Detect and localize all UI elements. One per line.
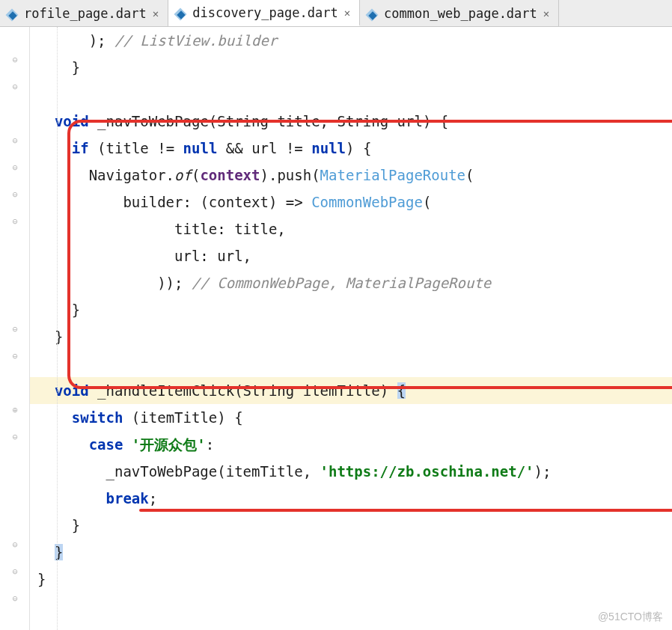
fold-marker-icon[interactable] [10,406,19,415]
fold-marker-icon[interactable] [10,55,19,64]
fold-marker-icon[interactable] [10,325,19,334]
watermark: @51CTO博客 [598,611,663,624]
code-line[interactable]: } [30,566,672,593]
tab-label: rofile_page.dart [24,6,147,21]
editor-tabs: rofile_page.dart ✕ discovery_page.dart ✕… [0,0,672,27]
dart-file-icon [366,7,379,20]
code-line[interactable]: if (title != null && url != null) { [30,135,672,162]
tab-label: common_web_page.dart [384,6,537,21]
code-line[interactable]: } [30,512,672,539]
code-lines[interactable]: ); // ListView.builder } void _navToWebP… [30,27,672,630]
fold-marker-icon[interactable] [10,432,19,441]
fold-marker-icon[interactable] [10,136,19,145]
code-line[interactable]: ); // ListView.builder [30,27,672,54]
code-line[interactable]: switch (itemTitle) { [30,404,672,431]
close-icon[interactable]: ✕ [343,7,352,19]
code-editor[interactable]: ); // ListView.builder } void _navToWebP… [0,27,672,630]
code-line[interactable]: case '开源众包': [30,431,672,458]
dart-file-icon [174,6,188,19]
code-line[interactable]: Navigator.of(context).push(MaterialPageR… [30,162,672,189]
code-line[interactable] [30,350,672,377]
fold-marker-icon[interactable] [10,352,19,361]
code-line[interactable]: _navToWebPage(itemTitle, 'https://zb.osc… [30,458,672,485]
code-line[interactable]: } [30,323,672,350]
fold-marker-icon[interactable] [10,82,19,91]
fold-marker-icon[interactable] [10,567,19,576]
code-line[interactable] [30,81,672,108]
dart-file-icon [6,7,19,20]
code-line[interactable]: url: url, [30,242,672,269]
tab-profile-page[interactable]: rofile_page.dart ✕ [0,0,168,26]
code-line[interactable]: )); // CommonWebPage, MaterialPageRoute [30,269,672,296]
fold-marker-icon[interactable] [10,540,19,549]
gutter [0,27,30,630]
code-line[interactable]: builder: (context) => CommonWebPage( [30,189,672,215]
fold-marker-icon[interactable] [10,190,19,199]
tab-label: discovery_page.dart [192,5,337,20]
fold-marker-icon[interactable] [10,163,19,172]
code-line[interactable]: break; [30,485,672,512]
tab-discovery-page[interactable]: discovery_page.dart ✕ [168,0,360,26]
tab-common-web-page[interactable]: common_web_page.dart ✕ [360,0,559,26]
code-line[interactable]: title: title, [30,215,672,242]
fold-marker-icon[interactable] [10,594,19,603]
fold-marker-icon[interactable] [10,217,19,226]
close-icon[interactable]: ✕ [151,7,160,19]
close-icon[interactable]: ✕ [542,7,551,19]
code-line[interactable]: } [30,54,672,81]
code-line[interactable]: void _handleItemClick(String itemTitle) … [30,377,672,404]
code-line[interactable]: } [30,296,672,323]
code-line[interactable]: } [30,539,672,566]
code-line[interactable]: void _navToWebPage(String title, String … [30,108,672,135]
